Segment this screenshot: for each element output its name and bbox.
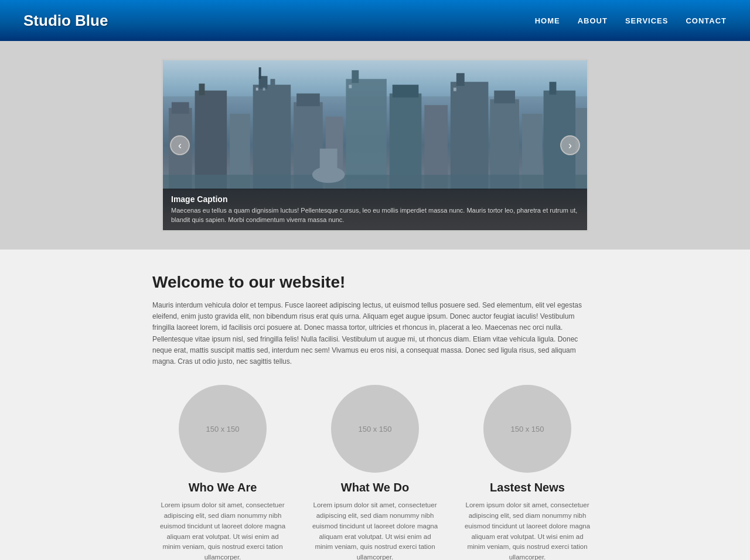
slide-next-button[interactable]: › — [560, 135, 580, 155]
svg-rect-13 — [346, 79, 386, 189]
main-nav: HOME ABOUT SERVICES CONTACT — [535, 16, 727, 25]
caption-title: Image Caption — [171, 194, 579, 204]
svg-rect-24 — [550, 82, 557, 95]
site-logo: Studio Blue — [23, 12, 108, 30]
slide-caption: Image Caption Maecenas eu tellus a quam … — [163, 189, 587, 230]
nav-about[interactable]: ABOUT — [578, 16, 608, 25]
svg-rect-28 — [263, 87, 265, 90]
card-2-image: 150 x 150 — [331, 385, 419, 473]
card-2-title: What We Do — [341, 481, 409, 494]
card-2-text: Lorem ipsum dolor sit amet, consectetuer… — [305, 500, 445, 560]
svg-rect-18 — [451, 82, 488, 189]
card-1-image: 150 x 150 — [179, 385, 267, 473]
nav-home[interactable]: HOME — [535, 16, 560, 25]
svg-rect-26 — [163, 175, 587, 189]
svg-rect-27 — [256, 87, 258, 90]
card-latest-news: 150 x 150 Lastest News Lorem ipsum dolor… — [457, 385, 598, 560]
card-who-we-are: 150 x 150 Who We Are Lorem ipsum dolor s… — [152, 385, 293, 560]
slideshow: Image Caption Maecenas eu tellus a quam … — [161, 59, 589, 232]
welcome-text: Mauris interdum vehicula dolor et tempus… — [152, 300, 598, 367]
svg-rect-29 — [349, 84, 352, 88]
card-what-we-do: 150 x 150 What We Do Lorem ipsum dolor s… — [305, 385, 445, 560]
city-skyline-icon — [163, 62, 587, 189]
svg-rect-4 — [199, 83, 204, 95]
svg-rect-32 — [320, 149, 338, 175]
card-3-text: Lorem ipsum dolor sit amet, consectetuer… — [457, 500, 598, 560]
svg-rect-6 — [253, 84, 291, 189]
svg-rect-21 — [494, 90, 515, 103]
svg-rect-2 — [172, 102, 189, 114]
nav-services[interactable]: SERVICES — [625, 16, 669, 25]
content-inner: Welcome to our website! Mauris interdum … — [152, 273, 598, 560]
nav-contact[interactable]: CONTACT — [686, 16, 727, 25]
card-3-title: Lastest News — [490, 481, 565, 494]
cards-row: 150 x 150 Who We Are Lorem ipsum dolor s… — [152, 385, 598, 560]
svg-rect-30 — [454, 87, 456, 91]
svg-rect-11 — [296, 93, 320, 106]
svg-rect-19 — [456, 73, 465, 86]
svg-rect-16 — [393, 84, 419, 97]
card-1-title: Who We Are — [189, 481, 257, 494]
slideshow-image: Image Caption Maecenas eu tellus a quam … — [163, 60, 587, 230]
svg-rect-8 — [259, 67, 261, 79]
slide-prev-button[interactable]: ‹ — [170, 135, 190, 155]
svg-rect-9 — [270, 79, 275, 88]
main-content: Welcome to our website! Mauris interdum … — [0, 250, 750, 560]
card-1-text: Lorem ipsum dolor sit amet, consectetuer… — [152, 500, 293, 560]
svg-rect-14 — [352, 70, 359, 83]
hero-section: Image Caption Maecenas eu tellus a quam … — [0, 41, 750, 250]
welcome-title: Welcome to our website! — [152, 273, 598, 292]
svg-rect-3 — [195, 90, 227, 189]
caption-text: Maecenas eu tellus a quam dignissim luct… — [171, 206, 579, 224]
card-3-image: 150 x 150 — [483, 385, 571, 473]
site-header: Studio Blue HOME ABOUT SERVICES CONTACT — [0, 0, 750, 41]
